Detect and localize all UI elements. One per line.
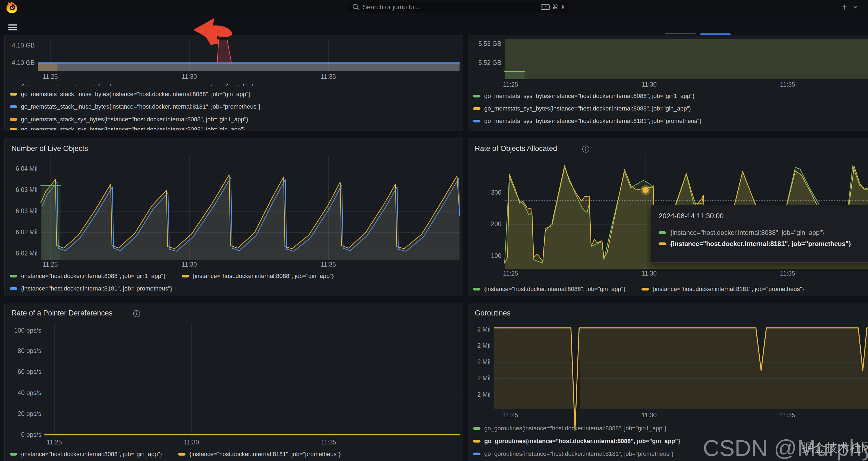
series-swatch [10, 287, 17, 290]
legend-label: go_goroutines{instance="host.docker.inte… [484, 425, 666, 432]
legend: {instance="host.docker.internal:8088", j… [471, 284, 867, 295]
y-axis-label: 4.10 GB [0, 42, 35, 49]
crosshair-line [646, 156, 646, 269]
menu-icon[interactable] [8, 23, 18, 32]
gridline [510, 316, 511, 408]
legend-label: go_goroutines{instance="host.docker.inte… [484, 438, 680, 445]
legend-item[interactable]: {instance="host.docker.internal:8088", j… [10, 451, 162, 458]
series-swatch [473, 120, 480, 123]
gridline [505, 63, 868, 63]
x-axis-label: 11:30 [173, 439, 211, 446]
live-objects-chart[interactable] [41, 156, 460, 260]
legend-item[interactable]: go_memstats_sys_bytes{instance="host.doc… [473, 118, 701, 125]
legend-item[interactable]: {instance="host.docker.internal:8088", j… [473, 286, 625, 293]
legend-label: go_memstats_stack_sys_bytes{instance="ho… [21, 116, 248, 123]
series-swatch [10, 128, 17, 130]
gridline [50, 156, 51, 260]
legend-item[interactable]: go_memstats_stack_inuse_bytes{instance="… [10, 103, 260, 110]
info-icon[interactable] [132, 309, 141, 318]
gridline [328, 156, 329, 260]
legend-label: go_memstats_sys_bytes{instance="host.doc… [484, 105, 691, 112]
series-swatch [473, 107, 480, 110]
legend-label: {instance="host.docker.internal:8088", j… [21, 272, 165, 279]
legend-item[interactable]: go_goroutines{instance="host.docker.inte… [473, 425, 666, 432]
legend-item[interactable]: go_memstats_stack_inuse_bytes{instance="… [10, 84, 254, 86]
legend-item[interactable]: {instance="host.docker.internal:8088", j… [182, 272, 334, 279]
x-axis-label: 11:25 [492, 411, 530, 419]
legend-item[interactable]: {instance="host.docker.internal:8181", j… [10, 285, 172, 292]
x-axis-label: 11:25 [35, 439, 73, 446]
stack-memory-chart[interactable] [38, 39, 460, 71]
x-axis-label: 11:25 [492, 81, 530, 88]
pointer-deref-chart[interactable] [45, 323, 460, 435]
gridline [787, 316, 788, 408]
gridline [328, 39, 329, 71]
legend-item[interactable]: go_memstats_stack_inuse_bytes{instance="… [10, 91, 250, 98]
series-swatch [473, 440, 480, 442]
search-input[interactable]: Search or jump to... ⌘+k [348, 2, 569, 12]
left-block [38, 63, 57, 71]
gridline [649, 316, 649, 408]
gridline [329, 323, 329, 435]
grafana-dashboard: Search or jump to... ⌘+k + Home [0, 0, 868, 461]
x-axis-label: 11:30 [630, 411, 668, 419]
series-swatch [659, 231, 666, 234]
gin1_app-fill [41, 186, 60, 260]
series-swatch [182, 275, 189, 277]
y-axis-label: 5.53 GB [442, 40, 501, 47]
legend-item[interactable]: go_memstats_sys_bytes{instance="host.doc… [473, 93, 694, 100]
legend-item[interactable]: {instance="host.docker.internal:8181", j… [642, 286, 804, 293]
series-swatch [473, 427, 480, 430]
legend-item[interactable]: go_goroutines{instance="host.docker.inte… [473, 438, 680, 445]
series-swatch [659, 242, 666, 245]
search-shortcut: ⌘+k [552, 3, 565, 10]
panel-title[interactable]: Rate of a Pointer Dereferences [11, 309, 113, 317]
legend: go_memstats_stack_inuse_bytes{instance="… [8, 84, 459, 130]
chart-tooltip: 2024-08-14 11:30:00 {instance="host.dock… [651, 205, 868, 263]
x-axis-label: 11:35 [769, 81, 807, 88]
grafana-logo[interactable] [6, 1, 18, 13]
legend-label: go_memstats_stack_inuse_bytes{instance="… [21, 103, 260, 110]
gridline [494, 346, 868, 346]
x-axis-label: 11:30 [630, 270, 668, 277]
y-axis-label: 100 ops/s [0, 327, 41, 334]
legend-label: {instance="host.docker.internal:8088", j… [484, 286, 625, 293]
legend-item[interactable]: {instance="host.docker.internal:8181", j… [178, 451, 341, 458]
top-bar: Search or jump to... ⌘+k + [0, 0, 868, 14]
legend-item[interactable]: go_goroutines{instance="host.docker.inte… [473, 451, 674, 458]
y-axis-label: 60 ops/s [0, 368, 41, 375]
sys-memory-chart[interactable] [505, 39, 868, 79]
gridline [494, 330, 868, 330]
gridline [510, 156, 511, 269]
chevron-down-icon[interactable] [852, 4, 859, 10]
y-axis-label: 6.03 Mil [0, 186, 37, 194]
annotation-arrow [187, 15, 236, 47]
new-plus-button[interactable]: + [840, 2, 849, 12]
legend-item[interactable]: {instance="host.docker.internal:8088", j… [10, 272, 165, 279]
series-swatch [10, 93, 17, 96]
gridline [787, 39, 788, 79]
threshold-line [505, 200, 868, 201]
gridline [505, 193, 868, 193]
y-axis-label: 2 Mil [431, 391, 491, 398]
legend: go_goroutines{instance="host.docker.inte… [471, 424, 867, 461]
legend-item[interactable]: go_memstats_stack_sys_bytes{instance="ho… [10, 116, 248, 123]
panel-title[interactable]: Rate of Objects Allocated [475, 144, 557, 153]
legend-item[interactable]: go_memstats_stack_sys_bytes{instance="ho… [10, 126, 245, 130]
info-icon[interactable] [582, 145, 590, 153]
y-axis-label: 2 Mil [431, 342, 491, 350]
gridline [38, 45, 460, 46]
hovered-datapoint [643, 187, 649, 193]
y-axis-label: 40 ops/s [0, 389, 41, 397]
panel-title[interactable]: Number of Live Objects [11, 144, 88, 153]
search-placeholder: Search or jump to... [363, 3, 537, 11]
gin_app-fill [494, 328, 868, 408]
legend-item[interactable]: go_memstats_sys_bytes{instance="host.doc… [473, 105, 691, 112]
legend: {instance="host.docker.internal:8088", j… [8, 271, 459, 295]
y-axis-label: 2 Mil [431, 358, 491, 366]
series-swatch [473, 453, 480, 455]
x-axis-label: 11:35 [309, 73, 347, 80]
series-swatch [473, 95, 480, 97]
y-axis-label: 200 [442, 221, 501, 228]
series-swatch [10, 275, 17, 277]
